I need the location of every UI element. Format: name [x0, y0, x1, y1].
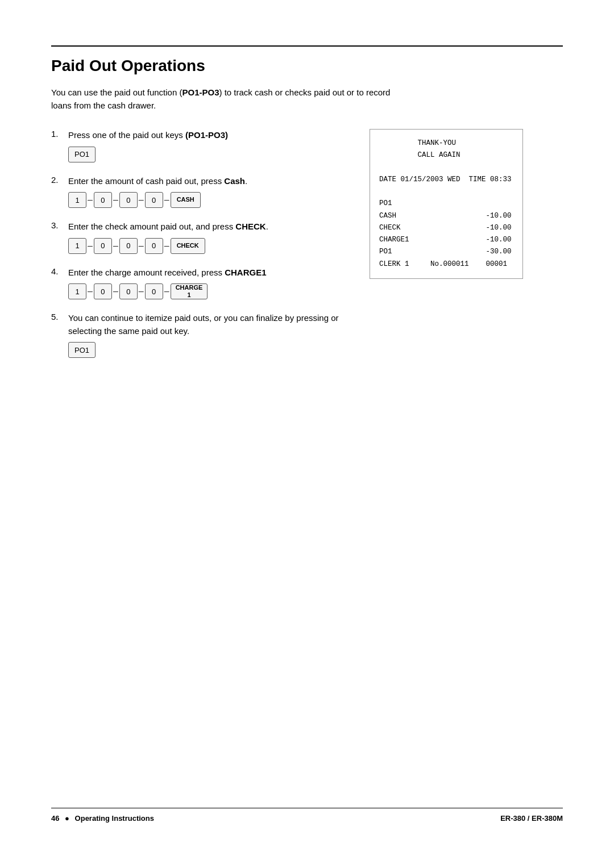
sep-9: – — [88, 286, 93, 297]
key-0c-step2[interactable]: 0 — [145, 192, 163, 208]
receipt-line-5 — [379, 186, 513, 198]
step-1-text: Press one of the paid out keys (PO1-PO3) — [68, 129, 228, 142]
step-4-text: Enter the charge amount received, press … — [68, 266, 267, 279]
key-0b-step4[interactable]: 0 — [119, 283, 138, 299]
step-1-keys: PO1 — [68, 147, 347, 162]
sep-4: – — [164, 195, 169, 205]
step-2: 2. Enter the amount of cash paid out, pr… — [51, 175, 347, 208]
sep-10: – — [113, 286, 118, 297]
right-column: THANK-YOU CALL AGAIN DATE 01/15/2003 WED… — [370, 129, 529, 589]
sep-1: – — [88, 195, 93, 205]
receipt-line-check: CHECK -10.00 — [379, 222, 513, 234]
step-5-keys: PO1 — [68, 342, 347, 358]
page-footer: 46 ● Operating Instructions ER-380 / ER-… — [51, 808, 563, 823]
sep-2: – — [113, 195, 118, 205]
key-0b-step3[interactable]: 0 — [119, 238, 138, 254]
charge-key[interactable]: CHARGE1 — [171, 283, 208, 299]
sep-11: – — [139, 286, 144, 297]
key-0b-step2[interactable]: 0 — [119, 192, 138, 208]
key-1-step4[interactable]: 1 — [68, 283, 86, 299]
receipt-line-cash: CASH -10.00 — [379, 210, 513, 222]
step-3-header: 3. Enter the check amount paid out, and … — [51, 220, 347, 233]
sep-12: – — [164, 286, 169, 297]
top-rule — [51, 45, 563, 47]
step-1-bold: PO1-PO3 — [188, 130, 225, 140]
step-5: 5. You can continue to itemize paid outs… — [51, 312, 347, 358]
main-content: 1. Press one of the paid out keys (PO1-P… — [51, 129, 563, 589]
step-3-keys: 1 – 0 – 0 – 0 – CHECK — [68, 238, 347, 254]
footer-page-number: 46 — [51, 814, 59, 823]
step-4-header: 4. Enter the charge amount received, pre… — [51, 266, 347, 279]
footer-left: 46 ● Operating Instructions — [51, 814, 154, 823]
step-4: 4. Enter the charge amount received, pre… — [51, 266, 347, 300]
key-0a-step2[interactable]: 0 — [94, 192, 112, 208]
sep-5: – — [88, 241, 93, 251]
key-0c-step3[interactable]: 0 — [145, 238, 163, 254]
step-1-number: 1. — [51, 129, 64, 139]
po1-key-1[interactable]: PO1 — [68, 147, 96, 162]
left-column: 1. Press one of the paid out keys (PO1-P… — [51, 129, 347, 589]
sep-3: – — [139, 195, 144, 205]
step-4-number: 4. — [51, 266, 64, 276]
receipt-line-charge: CHARGE1 -10.00 — [379, 234, 513, 246]
check-key[interactable]: CHECK — [171, 238, 205, 254]
step-4-keys: 1 – 0 – 0 – 0 – CHARGE1 — [68, 283, 347, 299]
step-5-text: You can continue to itemize paid outs, o… — [68, 312, 347, 337]
step-1-header: 1. Press one of the paid out keys (PO1-P… — [51, 129, 347, 142]
receipt: THANK-YOU CALL AGAIN DATE 01/15/2003 WED… — [370, 129, 523, 279]
key-1-step2[interactable]: 1 — [68, 192, 86, 208]
step-3-number: 3. — [51, 220, 64, 230]
step-2-keys: 1 – 0 – 0 – 0 – CASH — [68, 192, 347, 208]
receipt-line-po1-total: PO1 -30.00 — [379, 246, 513, 258]
step-3: 3. Enter the check amount paid out, and … — [51, 220, 347, 254]
step-2-header: 2. Enter the amount of cash paid out, pr… — [51, 175, 347, 188]
key-1-step3[interactable]: 1 — [68, 238, 86, 254]
cash-key[interactable]: CASH — [171, 192, 201, 208]
step-1: 1. Press one of the paid out keys (PO1-P… — [51, 129, 347, 162]
step-5-header: 5. You can continue to itemize paid outs… — [51, 312, 347, 337]
footer-bullet: ● — [65, 814, 69, 823]
page-container: Paid Out Operations You can use the paid… — [0, 0, 614, 868]
key-0c-step4[interactable]: 0 — [145, 283, 163, 299]
step-2-number: 2. — [51, 175, 64, 185]
page-title: Paid Out Operations — [51, 57, 563, 75]
receipt-line-4: DATE 01/15/2003 WED TIME 08:33 — [379, 174, 513, 186]
receipt-line-3 — [379, 162, 513, 174]
step-3-text: Enter the check amount paid out, and pre… — [68, 220, 268, 233]
sep-8: – — [164, 241, 169, 251]
footer-label: Operating Instructions — [75, 814, 154, 823]
step-5-number: 5. — [51, 312, 64, 322]
key-0a-step4[interactable]: 0 — [94, 283, 112, 299]
step-2-text: Enter the amount of cash paid out, press… — [68, 175, 247, 188]
key-0a-step3[interactable]: 0 — [94, 238, 112, 254]
receipt-line-clerk: CLERK 1 No.000011 00001 — [379, 258, 513, 270]
intro-bold: PO1-PO3 — [182, 87, 219, 97]
receipt-line-1: THANK-YOU — [379, 137, 513, 149]
sep-7: – — [139, 241, 144, 251]
po1-key-2[interactable]: PO1 — [68, 342, 96, 358]
intro-paragraph: You can use the paid out function (PO1-P… — [51, 86, 404, 112]
receipt-line-2: CALL AGAIN — [379, 149, 513, 161]
footer-right: ER-380 / ER-380M — [500, 814, 563, 823]
receipt-line-6: PO1 — [379, 198, 513, 210]
sep-6: – — [113, 241, 118, 251]
